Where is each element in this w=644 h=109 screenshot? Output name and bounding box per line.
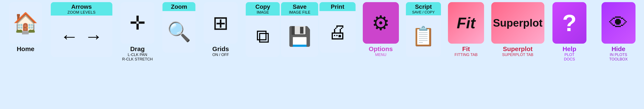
options-button[interactable]: ⚙ Options MENU <box>357 2 404 107</box>
options-label: Options MENU <box>369 44 393 57</box>
grids-button[interactable]: ⊞ Grids ON / OFF <box>197 2 244 107</box>
script-header: Script SAVE / COPY <box>406 2 441 15</box>
fit-label: Fit FITTING TAB <box>454 44 478 57</box>
home-button[interactable]: 🏠 Home <box>2 2 50 107</box>
print-header: Print <box>320 2 356 11</box>
hide-icon: 👁 <box>602 2 636 44</box>
zoom-group: Zoom 🔍 <box>162 2 196 107</box>
save-group: Save IMAGE FILE 💾 <box>281 2 318 107</box>
fit-button[interactable]: Fit Fit FITTING TAB <box>442 2 490 107</box>
script-button[interactable]: 📋 <box>406 15 441 57</box>
zoom-header: Zoom <box>162 2 196 11</box>
superplot-button[interactable]: Superplot Superplot SUPERPLOT TAB <box>491 2 544 107</box>
script-group: Script SAVE / COPY 📋 <box>406 2 441 107</box>
options-icon: ⚙ <box>363 2 399 44</box>
home-icon: 🏠 <box>9 2 42 44</box>
help-label: Help PLOT DOCS <box>562 44 576 62</box>
copy-button[interactable]: ⧉ <box>246 16 280 57</box>
arrows-group: Arrows ZOOM LEVELS ← → <box>51 2 112 107</box>
print-group: Print 🖨 <box>320 2 356 107</box>
hide-label: Hide in Plots Toolbox <box>609 44 628 62</box>
fit-icon: Fit <box>448 2 484 44</box>
print-button[interactable]: 🖨 <box>320 11 356 53</box>
hide-button[interactable]: 👁 Hide in Plots Toolbox <box>594 2 642 107</box>
help-button[interactable]: ? Help PLOT DOCS <box>546 2 594 107</box>
superplot-icon: Superplot <box>491 2 544 44</box>
drag-icon: ✛ <box>120 2 154 44</box>
copy-group: Copy IMAGE ⧉ <box>246 2 280 107</box>
home-label: Home <box>17 44 34 53</box>
arrow-right-button[interactable]: → <box>82 26 105 47</box>
arrow-left-button[interactable]: ← <box>58 26 81 47</box>
save-button[interactable]: 💾 <box>281 16 318 57</box>
superplot-label: Superplot SUPERPLOT TAB <box>502 44 533 57</box>
arrows-header: Arrows ZOOM LEVELS <box>51 2 112 16</box>
zoom-button[interactable]: 🔍 <box>162 11 196 53</box>
grids-icon: ⊞ <box>204 2 238 44</box>
grids-label: Grids ON / OFF <box>212 44 229 57</box>
toolbar: 🏠 Home Arrows ZOOM LEVELS ← → ✛ Drag L-c… <box>0 0 644 109</box>
drag-button[interactable]: ✛ Drag L-clk PAN R-clk STRETCH <box>114 2 162 107</box>
save-header: Save IMAGE FILE <box>281 2 318 16</box>
drag-label: Drag L-clk PAN R-clk STRETCH <box>122 44 153 62</box>
help-icon: ? <box>552 2 586 44</box>
copy-header: Copy IMAGE <box>246 2 280 16</box>
